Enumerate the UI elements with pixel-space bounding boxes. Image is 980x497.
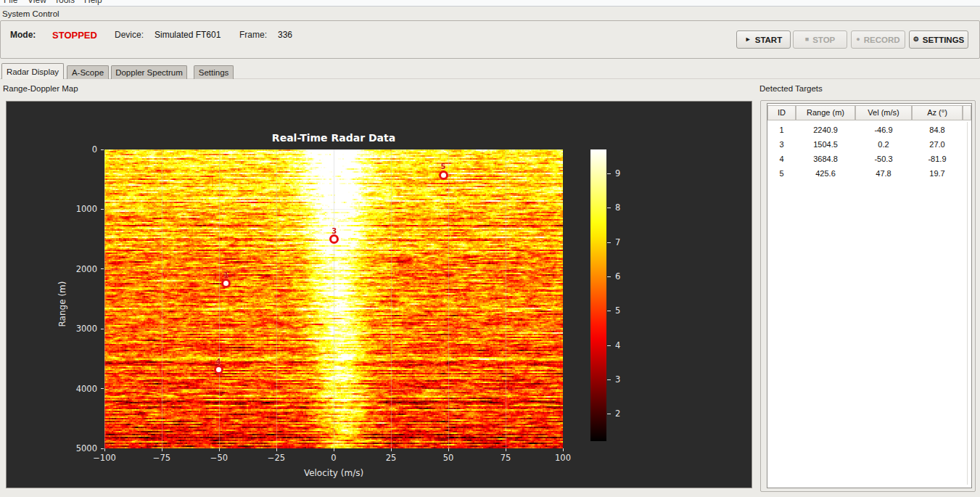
tab-settings[interactable]: Settings	[194, 65, 234, 79]
detected-targets-title: Detected Targets	[759, 84, 823, 93]
cell: 1504.5	[796, 137, 855, 152]
y-tick-label: 3000	[64, 324, 97, 334]
table-row[interactable]: 12240.9-46.984.8	[767, 123, 973, 137]
x-tick-label: 50	[427, 453, 470, 463]
y-tick-label: 1000	[64, 204, 97, 214]
colorbar-tick-label: 7	[615, 237, 620, 247]
cell: 84.8	[912, 123, 963, 137]
x-tick	[219, 448, 220, 451]
target-marker	[214, 365, 223, 374]
y-tick	[101, 329, 104, 329]
start-button-label: START	[755, 36, 782, 44]
cell: 1	[767, 123, 796, 137]
menu-tools[interactable]: Tools	[54, 0, 75, 5]
range-doppler-chart-panel: Real-Time Radar Data Velocity (m/s) Rang…	[6, 101, 752, 488]
cell: 4	[767, 152, 796, 166]
target-marker-label: 1	[223, 271, 228, 279]
play-icon: ►	[745, 36, 752, 43]
colorbar-tick-label: 3	[615, 374, 620, 385]
range-doppler-map-title: Range-Doppler Map	[3, 84, 78, 93]
column-header-az[interactable]: Az (°)	[912, 105, 963, 120]
colorbar-tick	[607, 276, 611, 277]
colorbar-tick	[607, 242, 611, 243]
record-icon: ●	[856, 36, 860, 43]
x-tick-label: −100	[83, 453, 126, 463]
menu-view[interactable]: View	[28, 0, 46, 5]
y-tick	[101, 448, 104, 449]
menu-bar: FileViewToolsHelp	[0, 0, 980, 7]
start-button[interactable]: ►START	[736, 30, 791, 49]
x-tick	[104, 448, 105, 451]
x-tick	[506, 448, 506, 451]
table-scrollbar[interactable]	[967, 122, 968, 485]
column-header-id[interactable]: ID	[767, 105, 796, 120]
colorbar-tick	[607, 379, 611, 380]
y-tick	[101, 209, 104, 210]
colorbar-tick	[607, 345, 611, 346]
colorbar-tick-label: 4	[615, 340, 620, 350]
device-value: Simulated FT601	[155, 30, 221, 40]
cell: 0.2	[855, 137, 912, 152]
tab-doppler-spectrum[interactable]: Doppler Spectrum	[111, 65, 187, 79]
settings-button[interactable]: ⚙SETTINGS	[909, 30, 968, 49]
range-doppler-heatmap	[104, 149, 563, 448]
frame-label: Frame:	[239, 30, 267, 40]
target-marker-label: 5	[441, 163, 446, 171]
y-tick	[101, 149, 104, 150]
mode-status-value: STOPPED	[52, 30, 97, 41]
cell: 2240.9	[796, 123, 855, 137]
stop-button-label: STOP	[812, 36, 835, 44]
target-marker	[439, 171, 448, 180]
settings-button-label: SETTINGS	[923, 36, 965, 44]
tab-a-scope[interactable]: A-Scope	[67, 65, 109, 79]
colorbar-tick-label: 6	[615, 271, 620, 282]
column-header-filler[interactable]	[963, 105, 971, 120]
colorbar-tick	[607, 414, 611, 414]
colorbar-tick	[607, 173, 611, 174]
cell: 3684.8	[796, 152, 855, 166]
x-tick-label: 100	[541, 453, 585, 463]
colorbar-tick	[607, 311, 611, 311]
system-control-group-title: System Control	[2, 9, 59, 18]
x-axis-label: Velocity (m/s)	[104, 468, 563, 478]
cell: 3	[767, 137, 796, 152]
y-tick-label: 0	[64, 144, 97, 155]
menu-file[interactable]: File	[4, 0, 17, 5]
x-tick-label: 0	[312, 453, 355, 463]
cell: 19.7	[912, 166, 963, 181]
cell: 47.8	[855, 166, 912, 181]
y-tick-label: 5000	[64, 443, 97, 453]
x-tick	[448, 448, 449, 451]
table-row[interactable]: 31504.50.227.0	[767, 137, 973, 152]
table-row[interactable]: 43684.8-50.3-81.9	[767, 152, 973, 166]
y-axis-label: Range (m)	[57, 282, 67, 327]
stop-icon: ■	[805, 36, 809, 43]
gear-icon: ⚙	[913, 36, 919, 43]
cell: 425.6	[796, 166, 855, 181]
x-tick	[276, 448, 277, 451]
colorbar-tick-label: 2	[615, 408, 620, 419]
column-header-vel-m-s[interactable]: Vel (m/s)	[855, 105, 912, 120]
y-tick-label: 2000	[64, 264, 97, 274]
x-tick-label: −50	[197, 453, 241, 463]
column-header-range-m[interactable]: Range (m)	[796, 105, 855, 120]
x-tick-label: 25	[369, 453, 413, 463]
tab-radar-display[interactable]: Radar Display	[1, 63, 64, 79]
y-tick	[101, 388, 104, 389]
x-tick	[162, 448, 162, 451]
colorbar-tick	[607, 208, 611, 208]
device-label: Device:	[115, 30, 144, 40]
detected-targets-table: IDRange (m)Vel (m/s)Az (°) 12240.9-46.98…	[767, 103, 972, 488]
y-tick	[101, 268, 104, 269]
radar-app-window: FileViewToolsHelp System Control Mode: S…	[0, 0, 980, 497]
table-row[interactable]: 5425.647.819.7	[767, 166, 973, 181]
menu-help[interactable]: Help	[84, 0, 102, 5]
detected-targets-panel: IDRange (m)Vel (m/s)Az (°) 12240.9-46.98…	[760, 100, 976, 492]
target-marker-label: 4	[216, 358, 221, 366]
x-tick	[563, 448, 564, 451]
cell: -46.9	[855, 123, 912, 137]
x-tick-label: 75	[484, 453, 527, 463]
target-marker-label: 3	[332, 227, 337, 235]
record-button-label: RECORD	[864, 36, 900, 44]
x-tick-label: −75	[140, 453, 184, 463]
